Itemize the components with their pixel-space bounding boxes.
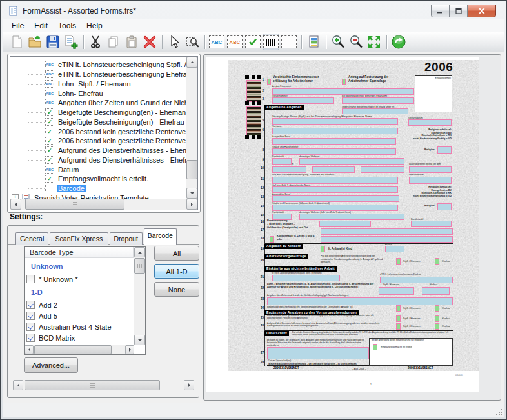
all-1d-button[interactable]: All 1-D [154, 264, 199, 279]
scroll-thumb[interactable] [25, 380, 160, 390]
scroll-thumb[interactable] [186, 160, 197, 179]
advanced-button[interactable]: Advanced... [24, 357, 78, 373]
tree-item-beigef-gte-bescheinigung-en-eh[interactable]: ✓Beigefügte Bescheinigung(en) - Ehemann [28, 108, 191, 117]
text-field-tool-button[interactable]: ABC [208, 34, 225, 50]
settings-horizontal-scrollbar[interactable] [13, 380, 194, 390]
dropout-field-tool-button[interactable]: ABC [226, 34, 243, 50]
tree-item-lohn-stpfl-ehemann[interactable]: ABCLohn- Stpfl. / Ehemann [28, 79, 132, 89]
form-checkbox-field[interactable] [270, 236, 274, 243]
form-field-highlight[interactable] [272, 158, 292, 165]
barcode-field-tool-button[interactable] [263, 34, 279, 50]
list-vertical-scrollbar[interactable] [134, 247, 145, 345]
form-field-highlight[interactable] [321, 228, 453, 235]
form-field-highlight[interactable] [272, 118, 398, 125]
menu-help[interactable]: Help [81, 20, 108, 32]
form-field-highlight[interactable] [272, 205, 398, 211]
checkbox-field-tool-button[interactable] [244, 34, 261, 50]
scroll-left-button[interactable] [10, 199, 21, 210]
tree-item-2006-bestand-kein-gesetzliche-[interactable]: ✓2006 bestand kein gesetzliche Rentenver… [28, 126, 198, 136]
form-field-highlight[interactable] [272, 214, 292, 220]
titlebar[interactable]: FormAssist - Assorted Forms.frs* [2, 2, 505, 19]
close-button[interactable] [468, 5, 496, 17]
form-field-highlight[interactable] [379, 287, 414, 295]
form-field-highlight[interactable] [361, 166, 404, 173]
pointer-tool-button[interactable] [166, 34, 183, 50]
tree-item-barcode[interactable]: Barcode [28, 184, 86, 194]
scroll-left-button[interactable] [13, 380, 23, 390]
tree-horizontal-scrollbar[interactable] [10, 199, 197, 210]
barcode-type-add-5[interactable]: Add 5 [26, 311, 57, 321]
form-field-highlight[interactable] [267, 297, 453, 305]
run-recognition-button[interactable] [390, 34, 407, 50]
tab-scanfix-xpress[interactable]: ScanFix Xpress [50, 232, 108, 245]
form-checkbox-field[interactable] [396, 305, 401, 312]
form-field-highlight[interactable] [272, 275, 340, 281]
form-checkbox-field[interactable] [435, 315, 439, 322]
form-checkbox-field[interactable] [396, 323, 401, 330]
fit-window-button[interactable] [366, 34, 383, 50]
form-field-highlight[interactable] [342, 108, 408, 114]
tree-item-angaben-ber-zeiten-und-grund-d[interactable]: ABCAngaben über Zeiten und Grund der Nic… [28, 98, 198, 108]
form-checkbox-field[interactable] [373, 344, 377, 350]
cut-button[interactable] [87, 34, 104, 50]
tree-item-beigef-gte-bescheinigung-en-eh[interactable]: ✓Beigefügte Bescheinigung(en) - Ehefrau [28, 117, 186, 127]
menu-file[interactable]: File [6, 20, 29, 32]
form-field-highlight[interactable] [411, 221, 452, 227]
tree-item-datum[interactable]: ABCDatum [28, 165, 80, 174]
form-checkbox-field[interactable] [342, 79, 346, 85]
resize-grip[interactable] [495, 408, 503, 416]
scroll-right-button[interactable] [125, 345, 134, 354]
form-field-highlight[interactable] [380, 277, 453, 283]
tree-item-2006-bestand-kein-gesetzliche-[interactable]: ✓2006 bestand kein gesetzliche Rentenver… [28, 136, 198, 146]
form-field-highlight[interactable] [267, 347, 369, 359]
delete-button[interactable] [141, 34, 158, 50]
form-checkbox-field[interactable] [321, 246, 325, 252]
scroll-down-button[interactable] [134, 335, 145, 345]
menu-tools[interactable]: Tools [53, 20, 81, 32]
all-button[interactable]: All [154, 246, 199, 261]
form-field-highlight[interactable] [272, 88, 414, 95]
menu-edit[interactable]: Edit [29, 20, 53, 32]
barcode-type-australian-post-4-state[interactable]: Australian Post 4-State [26, 322, 112, 332]
form-field-highlight[interactable] [319, 221, 371, 227]
form-field-highlight[interactable] [385, 246, 404, 252]
barcode-type-column-header[interactable]: Barcode Type [25, 247, 134, 258]
form-field-highlight[interactable] [299, 158, 404, 165]
form-checkbox-field[interactable] [435, 305, 439, 312]
form-field-highlight[interactable] [437, 146, 452, 154]
form-field-highlight[interactable] [409, 177, 452, 184]
form-field-highlight[interactable] [272, 128, 398, 134]
barcode-type-add-2[interactable]: Add 2 [26, 300, 57, 310]
form-field-highlight[interactable] [422, 287, 450, 295]
form-checkbox-field[interactable] [435, 258, 439, 265]
form-field-highlight[interactable] [437, 203, 452, 210]
checkbox[interactable] [26, 275, 35, 283]
zoom-out-button[interactable] [348, 34, 364, 50]
tree-item-empfangsvollmacht-is-erteilt-[interactable]: ✓Empfangsvollmacht is erteilt. [28, 174, 150, 184]
barcode-type--unknown-[interactable]: * Unknown * [26, 274, 78, 284]
form-field-highlight[interactable] [272, 166, 306, 173]
scroll-up-button[interactable] [186, 57, 197, 68]
form-field-highlight[interactable] [299, 214, 404, 220]
new-document-button[interactable] [8, 34, 25, 50]
tree-item-aufgrund-des-dienstverh-ltniss[interactable]: ✓Aufgrund des Dienstverhältnisses - Ehem… [28, 146, 198, 155]
tree-item-etin-lt-lohnsteuerbescheinigun[interactable]: ABCeTIN lt. Lohnsteuerbescheinigung Ehef… [28, 70, 192, 79]
tab-barcode[interactable]: Barcode [144, 228, 177, 245]
tree-item-lohn-ehefrau[interactable]: ABCLohn- Ehefrau [28, 88, 104, 98]
form-checkbox-field[interactable] [435, 323, 439, 330]
scroll-right-button[interactable] [186, 199, 197, 210]
form-field-highlight[interactable] [321, 236, 453, 243]
tree-item-etin-lt-lohnsteuerbescheinigun[interactable]: ABCeTIN lt. Lohnsteuerbescheinigung Stpf… [28, 60, 198, 70]
paste-button[interactable] [123, 34, 140, 50]
tab-dropout[interactable]: Dropout [110, 232, 143, 245]
form-field-highlight[interactable] [272, 97, 334, 104]
form-field-highlight[interactable] [409, 166, 452, 173]
form-checkbox-field[interactable] [396, 315, 401, 322]
copy-button[interactable] [105, 34, 122, 50]
checkbox[interactable] [26, 334, 35, 342]
scroll-left-button[interactable] [25, 345, 34, 354]
open-file-button[interactable] [26, 34, 43, 50]
form-field-highlight[interactable] [272, 138, 396, 145]
tab-general[interactable]: General [15, 232, 48, 245]
checkbox[interactable] [26, 312, 35, 320]
